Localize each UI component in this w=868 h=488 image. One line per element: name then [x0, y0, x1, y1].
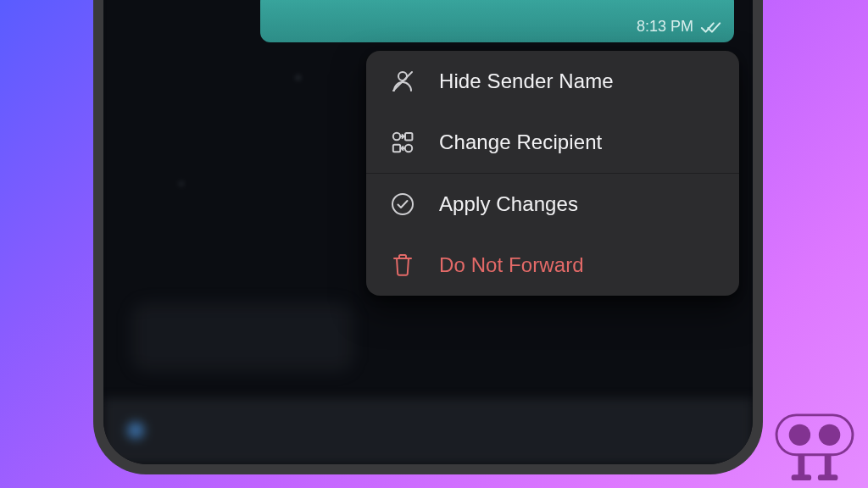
svg-rect-10 [798, 455, 804, 476]
menu-item-label: Apply Changes [439, 192, 578, 216]
watermark-robot-icon [773, 412, 856, 483]
read-receipt-icon [700, 20, 722, 36]
svg-line-1 [393, 72, 412, 91]
svg-rect-13 [818, 474, 837, 480]
menu-item-hide-sender[interactable]: Hide Sender Name [366, 51, 739, 112]
svg-point-4 [405, 145, 412, 152]
svg-rect-12 [792, 474, 811, 480]
message-timestamp: 8:13 PM [637, 18, 693, 36]
svg-point-8 [789, 424, 810, 446]
menu-item-label: Change Recipient [439, 130, 602, 154]
menu-item-change-recipient[interactable]: Change Recipient [366, 112, 739, 173]
menu-item-label: Do Not Forward [439, 253, 584, 277]
hide-sender-icon [388, 67, 417, 96]
phone-screen: 8:13 PM Hide Sender Name [103, 0, 753, 464]
phone-frame: 8:13 PM Hide Sender Name [93, 0, 763, 474]
svg-point-6 [392, 194, 413, 214]
sent-message-bubble: 8:13 PM [260, 0, 734, 42]
change-recipient-icon [388, 128, 417, 157]
check-circle-icon [388, 190, 417, 219]
svg-rect-11 [825, 455, 832, 476]
svg-rect-7 [776, 415, 853, 455]
svg-point-2 [393, 133, 400, 140]
forward-context-menu: Hide Sender Name Change Recipient [366, 51, 739, 296]
message-input-bar [103, 398, 753, 464]
blurred-content [132, 303, 353, 371]
menu-item-apply-changes[interactable]: Apply Changes [366, 174, 739, 235]
svg-rect-5 [393, 145, 400, 152]
menu-item-do-not-forward[interactable]: Do Not Forward [366, 235, 739, 296]
trash-icon [388, 251, 417, 280]
menu-item-label: Hide Sender Name [439, 69, 614, 93]
svg-point-9 [819, 424, 840, 446]
svg-rect-3 [405, 133, 412, 140]
